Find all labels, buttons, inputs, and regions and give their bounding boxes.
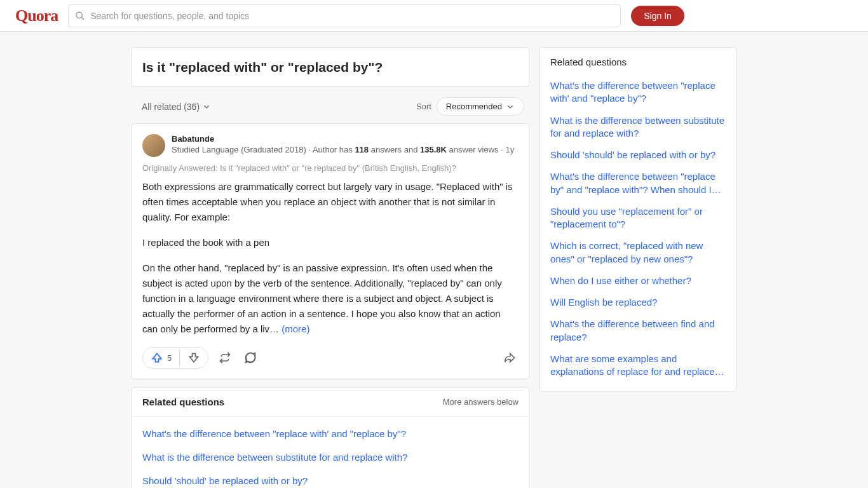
- related-link[interactable]: What is the difference between substitut…: [142, 445, 519, 469]
- related-questions-inline: Related questions More answers below Wha…: [132, 387, 529, 488]
- sidebar-related: Related questions What's the difference …: [539, 47, 736, 392]
- logo[interactable]: Quora: [15, 6, 58, 25]
- related-list-inline: What's the difference between "replace w…: [132, 417, 529, 488]
- upvote-icon: [151, 351, 163, 364]
- action-bar: 5: [142, 347, 519, 369]
- sidebar-link[interactable]: Which is correct, "replaced with new one…: [550, 235, 726, 270]
- downvote-icon: [187, 351, 200, 364]
- sidebar-link[interactable]: What's the difference between "replace b…: [550, 166, 726, 201]
- question-title: Is it "replaced with" or "replaced by"?: [142, 58, 519, 76]
- sidebar-link[interactable]: When do I use either or whether?: [550, 270, 726, 292]
- sidebar-title: Related questions: [550, 57, 726, 67]
- related-title: Related questions: [142, 396, 224, 407]
- search-input[interactable]: [90, 11, 614, 21]
- sort-label: Sort: [416, 102, 431, 111]
- filter-label: All related (36): [142, 102, 200, 112]
- sidebar-link[interactable]: What's the difference between find and r…: [550, 313, 726, 348]
- share-button[interactable]: [501, 349, 519, 367]
- search-icon: [75, 11, 85, 21]
- sidebar-link[interactable]: What's the difference between "replace w…: [550, 75, 726, 110]
- question-card: Is it "replaced with" or "replaced by"?: [132, 47, 529, 87]
- author-credentials: Studied Language (Graduated 2018) · Auth…: [172, 144, 514, 156]
- sidebar-link[interactable]: Will English be replaced?: [550, 292, 726, 313]
- upvote-count: 5: [167, 353, 172, 363]
- upvote-button[interactable]: 5: [143, 348, 180, 368]
- sidebar-link[interactable]: Should 'should' be replaced with or by?: [550, 144, 726, 166]
- signin-button[interactable]: Sign In: [631, 6, 684, 26]
- more-link[interactable]: (more): [281, 323, 309, 334]
- sidebar-links: What's the difference between "replace w…: [550, 75, 726, 383]
- sidebar-link[interactable]: What are some examples and explanations …: [550, 348, 726, 383]
- header: Quora Sign In: [0, 0, 868, 32]
- originally-answered: Originally Answered: Is it "replaced wit…: [142, 163, 519, 173]
- more-answers-below[interactable]: More answers below: [443, 397, 519, 407]
- related-link[interactable]: Should 'should' be replaced with or by?: [142, 469, 519, 488]
- author-name[interactable]: Babatunde: [172, 134, 514, 144]
- chevron-down-icon: [506, 102, 515, 111]
- avatar[interactable]: [142, 134, 165, 157]
- comment-button[interactable]: [241, 349, 259, 367]
- sort-button[interactable]: Recommended: [437, 97, 524, 116]
- search-box[interactable]: [68, 4, 621, 27]
- downvote-button[interactable]: [180, 348, 208, 368]
- svg-point-0: [76, 12, 82, 18]
- svg-line-1: [81, 17, 84, 20]
- answer-body: Both expressions are grammatically corre…: [142, 179, 519, 337]
- chevron-down-icon: [202, 102, 211, 111]
- reshare-button[interactable]: [216, 349, 234, 367]
- answer-card: Babatunde Studied Language (Graduated 20…: [132, 123, 529, 379]
- sidebar-link[interactable]: What is the difference between substitut…: [550, 110, 726, 145]
- sidebar-link[interactable]: Should you use "replacement for" or "rep…: [550, 201, 726, 236]
- filter-bar: All related (36) Sort Recommended: [132, 95, 529, 118]
- vote-group: 5: [142, 347, 208, 369]
- related-link[interactable]: What's the difference between "replace w…: [142, 422, 519, 445]
- all-related-filter[interactable]: All related (36): [137, 99, 216, 114]
- sort-value: Recommended: [446, 102, 502, 111]
